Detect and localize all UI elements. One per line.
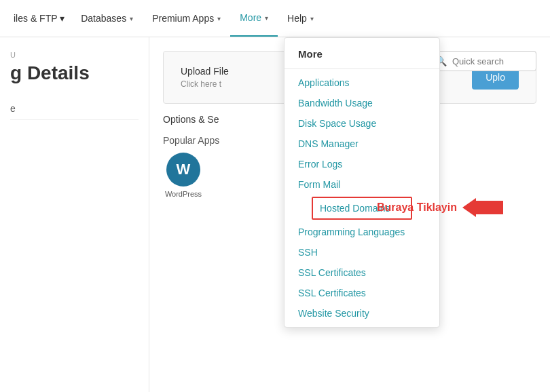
nav-help-chevron: ▾ <box>310 15 314 22</box>
navbar: iles & FTP ▾ Databases ▾ Premium Apps ▾ … <box>0 0 550 37</box>
dropdown-item-error-logs[interactable]: Error Logs <box>285 154 439 174</box>
dropdown-item-ssh[interactable]: SSH <box>285 242 439 262</box>
upload-main-text: Upload File <box>181 66 229 77</box>
upload-label: Upload File <box>181 66 229 77</box>
upload-sub-text: Click here t <box>181 79 229 89</box>
dropdown-header: More <box>285 41 439 65</box>
dropdown-item-disk-space[interactable]: Disk Space Usage <box>285 113 439 134</box>
dropdown-item-label: Programming Languages <box>298 227 405 237</box>
hosted-domains-row: Hosted Domains <box>285 195 439 222</box>
dropdown-item-website-security[interactable]: Website Security <box>285 303 439 324</box>
dropdown-item-label: Website Security <box>298 308 369 319</box>
dropdown-item-label: SSH <box>298 247 318 258</box>
dropdown-item-hosted-domains[interactable]: Hosted Domains <box>313 198 411 218</box>
nav-help[interactable]: Help ▾ <box>278 0 323 37</box>
dropdown-item-dns[interactable]: DNS Manager <box>285 134 439 154</box>
nav-more-chevron: ▾ <box>265 14 268 22</box>
dropdown-item-label: SSL Certificates <box>298 267 366 278</box>
dropdown-item-label: Form Mail <box>298 179 340 190</box>
nav-databases-label: Databases <box>81 13 126 24</box>
dropdown-item-label: SSL Certificates <box>298 288 366 298</box>
wordpress-wrapper[interactable]: W WordPress <box>163 153 204 198</box>
sidebar-item-e[interactable]: e <box>10 98 139 120</box>
nav-files-chevron: ▾ <box>60 13 65 24</box>
upload-btn-label: Uplo <box>485 72 505 83</box>
wordpress-icon: W <box>166 153 200 187</box>
nav-more[interactable]: More ▾ <box>230 0 278 37</box>
nav-premium-apps[interactable]: Premium Apps ▾ <box>143 0 230 37</box>
dropdown-item-label: Error Logs <box>298 159 342 170</box>
quick-search-area[interactable]: 🔍 <box>428 51 536 71</box>
dropdown-item-label: Disk Space Usage <box>298 118 376 129</box>
nav-databases-chevron: ▾ <box>130 15 133 22</box>
sidebar: u g Details e <box>0 37 149 392</box>
dropdown-item-bandwidth[interactable]: Bandwidth Usage <box>285 93 439 113</box>
nav-databases[interactable]: Databases ▾ <box>71 0 143 37</box>
page-title: g Details <box>10 62 139 84</box>
wordpress-label: WordPress <box>165 190 202 198</box>
nav-premium-label: Premium Apps <box>152 13 214 24</box>
dropdown-divider <box>285 68 439 69</box>
dropdown-item-applications[interactable]: Applications <box>285 73 439 93</box>
dropdown-item-ssl-2[interactable]: SSL Certificates <box>285 283 439 303</box>
dropdown-item-label: Bandwidth Usage <box>298 98 373 109</box>
dropdown-item-ssl-1[interactable]: SSL Certificates <box>285 262 439 283</box>
dropdown-item-programming[interactable]: Programming Languages <box>285 222 439 242</box>
main-content: u g Details e 🔍 Upload File Click here t… <box>0 37 550 392</box>
upload-text: Upload File Click here t <box>181 66 229 89</box>
upload-sub-label: Click here t <box>181 79 221 89</box>
sidebar-item-label: e <box>10 103 16 114</box>
dropdown-item-label: DNS Manager <box>298 138 359 149</box>
wordpress-logo: W <box>177 161 191 178</box>
nav-more-label: More <box>240 12 261 23</box>
options-label: Options & Se <box>163 114 219 125</box>
nav-files-label: iles & FTP <box>14 13 57 24</box>
dropdown-item-label: Applications <box>298 77 350 88</box>
popular-apps-text: Popular Apps <box>163 135 219 146</box>
breadcrumb: u <box>10 51 139 59</box>
nav-premium-chevron: ▾ <box>217 15 221 22</box>
nav-help-label: Help <box>287 13 307 24</box>
dropdown-item-form-mail[interactable]: Form Mail <box>285 174 439 195</box>
dropdown-menu: More Applications Bandwidth Usage Disk S… <box>284 37 440 328</box>
quick-search-input[interactable] <box>452 56 529 66</box>
nav-files-ftp[interactable]: iles & FTP ▾ <box>7 13 71 24</box>
hosted-domains-box: Hosted Domains <box>312 197 412 220</box>
hosted-domains-label: Hosted Domains <box>320 203 390 214</box>
